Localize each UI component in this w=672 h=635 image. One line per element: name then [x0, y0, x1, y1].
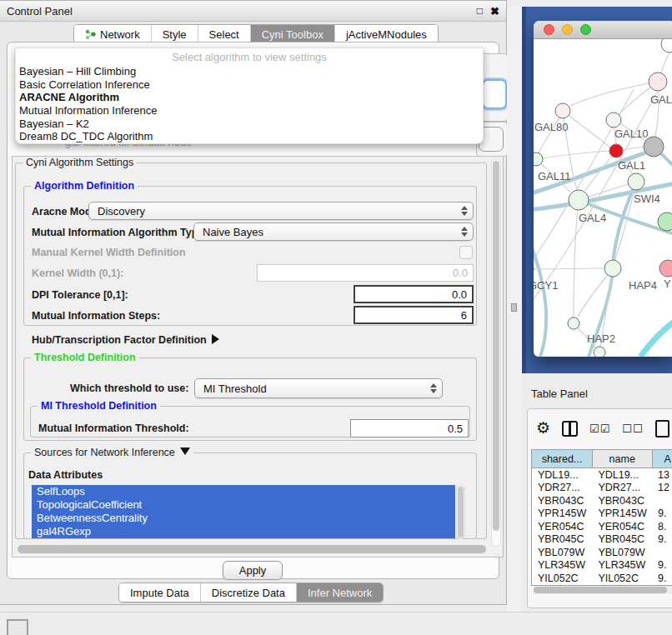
data-attributes-list: SelfLoopsTopologicalCoefficientBetweenne…: [32, 485, 455, 539]
tab-style[interactable]: Style: [152, 25, 198, 43]
bottom-tab-discretize-data[interactable]: Discretize Data: [201, 583, 297, 602]
close-traffic-light-icon[interactable]: [544, 24, 554, 35]
deselect-checkboxes-icon[interactable]: ☐☐: [622, 422, 643, 435]
table-panel: ⚙ ☑☑ ☐☐ shared...nameA YDL19...YDL19...1…: [527, 408, 672, 608]
split-columns-icon[interactable]: [562, 421, 578, 437]
horizontal-scrollbar[interactable]: [16, 545, 488, 554]
node-label-gal1: GAL1: [618, 159, 645, 172]
network-node[interactable]: [658, 212, 672, 231]
bottom-tab-infer-network-label: Infer Network: [308, 587, 372, 599]
mi-threshold-field[interactable]: 0.5: [350, 419, 469, 438]
float-window-icon[interactable]: □: [477, 5, 483, 17]
tab-jactivemnodules[interactable]: jActiveMNodules: [335, 25, 438, 43]
column-header-name[interactable]: name: [592, 450, 652, 468]
splitter-handle-icon[interactable]: [511, 303, 517, 312]
bottom-tab-impute-data[interactable]: Impute Data: [119, 583, 201, 602]
aracne-mode-combo[interactable]: Discovery: [88, 202, 474, 220]
hub-definition-toggle[interactable]: Hub/Transcription Factor Definition: [32, 334, 219, 346]
table-cell: YBR045C: [532, 533, 592, 547]
vertical-scrollbar-thumb[interactable]: [493, 161, 499, 531]
desktop-edge-shade: [522, 7, 526, 373]
control-panel-titlebar: Control Panel □ ✖: [0, 1, 506, 22]
column-header-a[interactable]: A: [652, 450, 672, 468]
table-cell: 12: [652, 482, 672, 495]
minimize-traffic-light-icon[interactable]: [562, 24, 573, 35]
tab-cyni-toolbox[interactable]: Cyni Toolbox: [251, 25, 335, 43]
screenshot-root: Control Panel □ ✖ NetworkStyleSelectCyni…: [0, 0, 672, 635]
tab-network[interactable]: Network: [74, 25, 152, 43]
which-threshold-combo[interactable]: MI Threshold: [194, 378, 443, 398]
attributes-scrollbar[interactable]: [456, 485, 465, 539]
document-icon[interactable]: [655, 420, 669, 438]
attributes-scrollbar-thumb[interactable]: [458, 487, 464, 538]
table-cell: YER054C: [592, 520, 652, 533]
network-node[interactable]: [606, 112, 621, 128]
collapsed-arrow-icon: [212, 334, 219, 344]
zoom-traffic-light-icon[interactable]: [580, 24, 591, 35]
mi-type-combo[interactable]: Naive Bayes: [193, 222, 474, 241]
attribute-item-topologicalcoefficient[interactable]: TopologicalCoefficient: [32, 498, 455, 512]
attribute-item-gal4rgexp[interactable]: gal4RGexp: [32, 525, 455, 538]
table-row[interactable]: YLR345WYLR345W9.: [532, 559, 672, 572]
algo-option-bayesian-hill-climbing[interactable]: Bayesian – Hill Climbing: [16, 65, 483, 78]
combo-stepper-icon: [430, 383, 437, 393]
network-view-window[interactable]: GALGAL80GAL10GAL1GAL11SWI4GAL4GCY1HAP4YH…: [534, 21, 672, 357]
table-hscroll-thumb[interactable]: [534, 587, 667, 593]
table-row[interactable]: YBR043CYBR043C: [532, 494, 672, 508]
table-cell: YDL19...: [592, 468, 652, 482]
table-row[interactable]: YPR145WYPR145W9.: [532, 508, 672, 521]
node-label-hap2: HAP2: [587, 332, 615, 345]
mi-threshold-label: Mutual Information Threshold:: [38, 422, 189, 434]
select-all-checkboxes-icon[interactable]: ☑☑: [589, 422, 610, 435]
kernel-width-label: Kernel Width (0,1):: [32, 268, 123, 279]
network-window-titlebar[interactable]: [534, 21, 672, 39]
table-cell: YER054C: [532, 520, 592, 533]
panel-splitter[interactable]: [507, 7, 522, 612]
attribute-item-betweennesscentrality[interactable]: BetweennessCentrality: [32, 512, 455, 525]
tab-select[interactable]: Select: [198, 25, 251, 43]
node-table: shared...nameA YDL19...YDL19...13YDR27..…: [532, 450, 672, 585]
network-node[interactable]: [628, 173, 644, 190]
network-node[interactable]: [649, 72, 667, 91]
apply-button[interactable]: Apply: [223, 561, 283, 580]
algo-option-bayesian-k2[interactable]: Bayesian – K2: [16, 118, 483, 131]
algo-option-basic-correlation-inference[interactable]: Basic Correlation Inference: [16, 78, 483, 92]
table-row[interactable]: YBR045CYBR045C9.: [532, 533, 672, 547]
table-horizontal-scrollbar[interactable]: [533, 586, 672, 594]
network-node[interactable]: [569, 190, 589, 210]
mi-steps-field[interactable]: 6: [354, 306, 474, 324]
table-cell: 9.: [652, 533, 672, 547]
table-row[interactable]: YDR27...YDR27...12: [532, 482, 672, 495]
network-node[interactable]: [534, 152, 543, 166]
network-node[interactable]: [604, 260, 621, 277]
network-node[interactable]: [661, 39, 672, 52]
column-header-shared[interactable]: shared...: [532, 450, 592, 468]
network-node[interactable]: [555, 103, 570, 118]
table-row[interactable]: YBL079WYBL079W: [532, 546, 672, 559]
algo-option-aracne-algorithm[interactable]: ARACNE Algorithm: [16, 91, 483, 104]
network-node[interactable]: [609, 144, 623, 158]
mi-type-label: Mutual Information Algorithm Type:: [32, 227, 207, 238]
manual-kernel-checkbox[interactable]: [459, 246, 473, 259]
network-node[interactable]: [594, 347, 605, 357]
table-row[interactable]: YDL19...YDL19...13: [532, 468, 672, 482]
attribute-item-selfloops[interactable]: SelfLoops: [32, 485, 455, 498]
bottom-tab-infer-network[interactable]: Infer Network: [297, 583, 383, 602]
algo-option-dream8-dc-tdc-algorithm[interactable]: Dream8 DC_TDC Algorithm: [16, 130, 483, 143]
settings-gear-icon[interactable]: ⚙: [536, 420, 550, 437]
vertical-scrollbar[interactable]: [491, 158, 501, 547]
algo-option-mutual-information-inference[interactable]: Mutual Information Inference: [16, 104, 483, 118]
mi-threshold-value: 0.5: [448, 422, 463, 435]
close-window-icon[interactable]: ✖: [490, 5, 499, 18]
sources-toggle[interactable]: Sources for Network Inference: [31, 447, 193, 458]
network-graph[interactable]: GALGAL80GAL10GAL1GAL11SWI4GAL4GCY1HAP4YH…: [534, 39, 672, 357]
sources-title: Sources for Network Inference: [34, 447, 175, 458]
kernel-width-field[interactable]: 0.0: [257, 264, 474, 282]
network-node[interactable]: [659, 260, 672, 277]
node-table-wrap: shared...nameA YDL19...YDL19...13YDR27..…: [531, 449, 672, 586]
network-node[interactable]: [568, 318, 579, 329]
horizontal-scrollbar-thumb[interactable]: [18, 545, 486, 553]
table-row[interactable]: YER054CYER054C8.: [532, 520, 672, 533]
dpi-tolerance-field[interactable]: 0.0: [354, 285, 474, 303]
table-row[interactable]: YIL052CYIL052C9.: [532, 572, 672, 585]
